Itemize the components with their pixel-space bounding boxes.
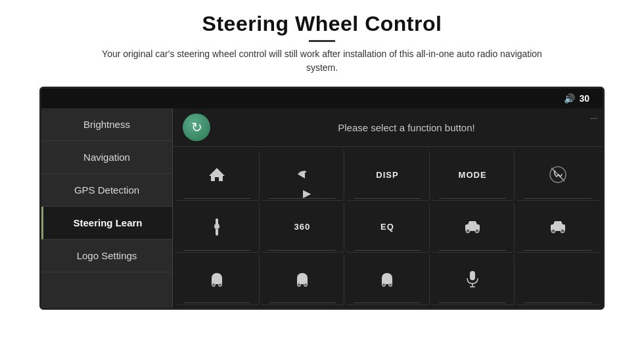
sidebar-item-navigation[interactable]: Navigation [41,141,172,174]
360-label: 360 [294,222,311,232]
func-btn-empty [516,254,600,305]
svg-point-14 [561,229,564,233]
svg-point-21 [297,283,300,286]
disp-label: DISP [376,170,398,180]
func-btn-car5[interactable] [346,254,430,305]
svg-point-10 [475,229,479,233]
func-btn-car4[interactable] [261,254,345,305]
panel-header: ↻ Please select a function button! --- [173,108,603,147]
sidebar-item-gps[interactable]: GPS Detection [41,174,172,207]
svg-marker-0 [209,168,225,181]
sidebar-item-brightness[interactable]: Brightness [41,108,172,141]
eq-label: EQ [380,222,394,232]
func-btn-mic[interactable] [431,254,515,305]
svg-point-26 [389,283,392,286]
title-divider [309,40,335,42]
func-btn-car1[interactable] [431,202,515,253]
content-panel: ↻ Please select a function button! --- [173,108,603,308]
func-btn-home[interactable] [175,150,260,201]
svg-marker-8 [468,221,477,224]
func-btn-eq-settings[interactable] [175,202,260,253]
page-container: Steering Wheel Control Your original car… [0,0,644,357]
screen-topbar: 🔊 30 [41,89,603,108]
refresh-button[interactable]: ↻ [183,114,210,141]
panel-corner-indicator: --- [590,114,597,121]
sidebar-item-logo[interactable]: Logo Settings [41,240,172,272]
title-section: Steering Wheel Control Your original car… [92,12,552,75]
page-title: Steering Wheel Control [92,12,552,36]
svg-marker-12 [553,221,563,224]
svg-point-9 [466,229,470,233]
svg-rect-6 [216,219,218,225]
func-btn-eq[interactable]: EQ [346,202,430,253]
func-btn-disp[interactable]: DISP [346,150,430,201]
svg-point-22 [304,283,307,286]
func-btn-car3[interactable] [175,254,260,305]
volume-icon: 🔊 [564,93,575,104]
sidebar-item-steering[interactable]: Steering Learn [41,207,172,240]
mode-label: MODE [459,170,487,180]
svg-rect-27 [470,271,475,280]
volume-level: 30 [579,93,589,104]
func-btn-mute-call[interactable] [516,150,600,201]
prompt-text: Please select a function button! [220,122,593,133]
svg-point-13 [551,229,555,233]
functions-grid: DISP MODE [173,147,603,308]
subtitle: Your original car's steering wheel contr… [92,47,552,75]
func-btn-mode[interactable]: MODE [431,150,515,201]
func-btn-car2[interactable] [516,202,600,253]
refresh-icon: ↻ [191,119,202,135]
sidebar-menu: Brightness Navigation GPS Detection Stee… [41,108,173,308]
func-btn-360[interactable]: 360 [261,202,345,253]
screen-content: Brightness Navigation GPS Detection Stee… [41,108,603,308]
svg-point-25 [382,283,386,286]
screen-wrapper: 🔊 30 Brightness Navigation GPS Detection… [39,87,605,310]
func-btn-back[interactable] [261,150,345,201]
svg-point-17 [212,283,216,286]
svg-point-18 [219,283,222,286]
